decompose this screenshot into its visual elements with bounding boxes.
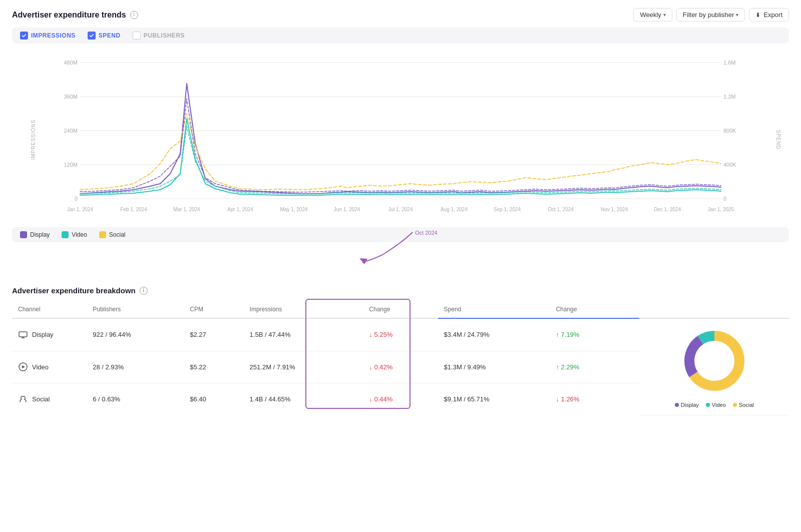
breakdown-info-icon: i (140, 287, 148, 295)
col-header-channel: Channel (12, 303, 87, 318)
channel-cell-display: Display (12, 318, 87, 351)
breakdown-title: Advertiser expenditure breakdown i (12, 286, 789, 295)
impressions-checkbox[interactable] (20, 32, 28, 40)
toggle-bar: IMPRESSIONS SPEND PUBLISHERS (12, 28, 789, 44)
y-axis-left-label: IMPRESSIONS (31, 119, 36, 159)
donut-dot-display (675, 403, 679, 407)
annotation-container: Oct 2024 (12, 242, 789, 272)
legend-display[interactable]: Display (20, 231, 50, 238)
change1-video: ↓ 0.42% (363, 351, 438, 383)
col-header-cpm: CPM (184, 303, 243, 318)
publishers-checkbox[interactable] (133, 32, 141, 40)
filter-publisher-button[interactable]: Filter by publisher ▾ (676, 8, 745, 22)
svg-text:800K: 800K (723, 128, 736, 134)
svg-text:Jan 1, 2024: Jan 1, 2024 (67, 207, 94, 212)
impressions-social: 1.4B / 44.65% (244, 383, 363, 415)
video-legend-label: Video (72, 231, 87, 238)
svg-text:Oct 2024: Oct 2024 (415, 230, 438, 236)
spend-checkbox[interactable] (88, 32, 96, 40)
info-icon: i (130, 11, 138, 19)
col-header-donut-space (639, 303, 789, 318)
publishers-social: 6 / 0.63% (87, 383, 184, 415)
col-header-change2: Change (550, 303, 639, 318)
page-title: Advertiser expenditure trends (12, 11, 126, 20)
display-line (80, 84, 721, 194)
legend-social[interactable]: Social (99, 231, 126, 238)
svg-marker-37 (22, 365, 25, 368)
donut-chart (679, 326, 749, 396)
publishers-label: PUBLISHERS (144, 32, 185, 39)
svg-text:Feb 1, 2024: Feb 1, 2024 (120, 207, 147, 212)
svg-text:120M: 120M (64, 162, 78, 168)
svg-text:360M: 360M (64, 94, 78, 100)
video-legend-dot (62, 231, 69, 238)
main-chart: 0 120M 240M 360M 480M 0 400K 800K 1.2M 1… (37, 54, 764, 224)
chevron-down-icon: ▾ (663, 12, 666, 18)
change2-social: ↓ 1.26% (550, 383, 639, 415)
svg-text:0: 0 (723, 196, 726, 202)
impressions-video: 251.2M / 7.91% (244, 351, 363, 383)
table-body: Display 922 / 96.44% $2.27 1.5B / 47.44%… (12, 318, 789, 415)
donut-dot-social (733, 403, 737, 407)
title-row: Advertiser expenditure trends i (12, 11, 138, 20)
donut-legend: Display Video Social (675, 402, 754, 408)
spend-social: $9.1M / 65.71% (438, 383, 550, 415)
svg-text:May 1, 2024: May 1, 2024 (280, 207, 307, 212)
svg-text:400K: 400K (723, 162, 736, 168)
spend-label: SPEND (99, 32, 121, 39)
donut-legend-video: Video (706, 402, 726, 408)
svg-rect-30 (19, 332, 27, 337)
channel-cell-video: Video (12, 351, 87, 383)
change1-social: ↓ 0.44% (363, 383, 438, 415)
svg-text:Jun 1, 2024: Jun 1, 2024 (334, 207, 360, 212)
change2-display: ↑ 7.19% (550, 318, 639, 351)
impressions-display: 1.5B / 47.44% (244, 318, 363, 351)
svg-text:Nov 1, 2024: Nov 1, 2024 (601, 207, 628, 212)
toggle-publishers[interactable]: PUBLISHERS (133, 32, 185, 40)
breakdown-wrapper: Channel Publishers CPM Impressions Chang… (12, 303, 789, 415)
export-button[interactable]: ⬇ Export (749, 8, 789, 22)
social-legend-label: Social (109, 231, 126, 238)
annotation-arrow: Oct 2024 (322, 227, 473, 267)
svg-text:Apr 1, 2024: Apr 1, 2024 (227, 207, 253, 212)
svg-text:1.6M: 1.6M (723, 60, 735, 66)
impressions-label: IMPRESSIONS (31, 32, 76, 39)
svg-text:0: 0 (75, 196, 78, 202)
toggle-impressions[interactable]: IMPRESSIONS (20, 32, 76, 40)
col-header-publishers: Publishers (87, 303, 184, 318)
breakdown-table: Channel Publishers CPM Impressions Chang… (12, 303, 789, 415)
donut-legend-social: Social (733, 402, 754, 408)
weekly-button[interactable]: Weekly ▾ (633, 8, 672, 22)
display-legend-dot (20, 231, 27, 238)
svg-text:Sep 1, 2024: Sep 1, 2024 (494, 207, 521, 212)
svg-text:480M: 480M (64, 60, 78, 66)
svg-text:Dec 1, 2024: Dec 1, 2024 (654, 207, 681, 212)
spend-video: $1.3M / 9.49% (438, 351, 550, 383)
chevron-down-icon: ▾ (736, 12, 738, 18)
video-icon (18, 362, 28, 372)
toggle-spend[interactable]: SPEND (88, 32, 121, 40)
change1-display: ↓ 5.25% (363, 318, 438, 351)
spend-display: $3.4M / 24.79% (438, 318, 550, 351)
cpm-display: $2.27 (184, 318, 243, 351)
donut-legend-display: Display (675, 402, 699, 408)
page-header: Advertiser expenditure trends i Weekly ▾… (12, 8, 789, 22)
col-header-change1: Change (363, 303, 438, 318)
svg-text:Mar 1, 2024: Mar 1, 2024 (173, 207, 200, 212)
svg-text:Jan 1, 2025: Jan 1, 2025 (708, 207, 734, 212)
svg-text:1.2M: 1.2M (723, 94, 735, 100)
page-container: Advertiser expenditure trends i Weekly ▾… (0, 0, 801, 423)
publishers-display: 922 / 96.44% (87, 318, 184, 351)
breakdown-section: Advertiser expenditure breakdown i Chann… (12, 286, 789, 415)
download-icon: ⬇ (755, 12, 760, 19)
legend-video[interactable]: Video (62, 231, 87, 238)
table-header: Channel Publishers CPM Impressions Chang… (12, 303, 789, 318)
publishers-video: 28 / 2.93% (87, 351, 184, 383)
svg-text:Aug 1, 2024: Aug 1, 2024 (441, 207, 468, 212)
table-row: Display 922 / 96.44% $2.27 1.5B / 47.44%… (12, 318, 789, 351)
svg-text:Oct 1, 2024: Oct 1, 2024 (548, 207, 574, 212)
donut-dot-video (706, 403, 710, 407)
display-icon (18, 330, 28, 340)
cpm-social: $6.40 (184, 383, 243, 415)
video-line (80, 119, 721, 195)
